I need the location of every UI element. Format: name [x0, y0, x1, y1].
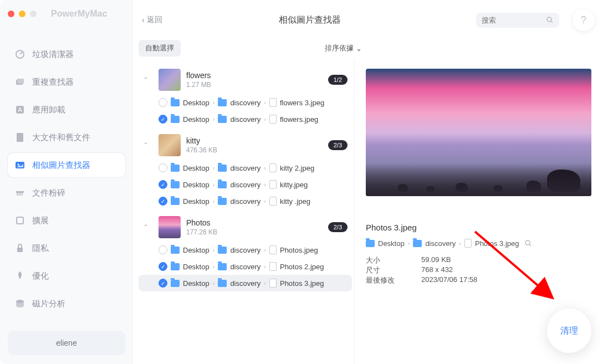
- sidebar-item-junk-cleaner[interactable]: 垃圾清潔器: [8, 42, 125, 66]
- path-segment: discovery: [230, 99, 260, 107]
- file-row[interactable]: Desktop›discovery›Photos 2.jpeg: [139, 258, 352, 275]
- sort-dropdown[interactable]: 排序依據 ⌄: [325, 43, 362, 53]
- chevron-right-icon: ›: [264, 198, 266, 204]
- sidebar: PowerMyMac 垃圾清潔器 重複查找器 A 應用卸載 大文件和舊文件 相似…: [0, 0, 133, 364]
- auto-select-label: 自動選擇: [145, 44, 174, 52]
- sidebar-item-app-uninstall[interactable]: A 應用卸載: [8, 98, 125, 122]
- folders-icon: [14, 76, 25, 88]
- svg-point-13: [525, 240, 530, 245]
- user-account[interactable]: eliene: [8, 331, 125, 355]
- sidebar-item-similar-image-finder[interactable]: 相似圖片查找器: [8, 153, 125, 177]
- preview-path: Desktop›discovery›Photos 3.jpeg: [366, 239, 591, 248]
- chevron-right-icon: ›: [264, 99, 266, 106]
- search-input[interactable]: [482, 16, 546, 24]
- shredder-icon: [14, 187, 25, 198]
- file-icon: [269, 163, 277, 172]
- minimize-window-button[interactable]: [19, 11, 25, 17]
- file-checkbox[interactable]: [159, 98, 167, 107]
- path-segment: Desktop: [183, 197, 210, 206]
- file-checkbox[interactable]: [159, 197, 167, 206]
- search-field-wrap[interactable]: [476, 13, 559, 28]
- zoom-window-button[interactable]: [30, 11, 37, 17]
- folder-icon: [171, 280, 180, 287]
- file-name: kitty .jpeg: [280, 197, 310, 206]
- sidebar-item-label: 優化: [32, 271, 49, 281]
- file-checkbox[interactable]: [159, 262, 167, 271]
- sidebar-item-disk-analysis[interactable]: 磁片分析: [8, 291, 125, 316]
- chevron-right-icon: ›: [213, 198, 215, 204]
- close-window-button[interactable]: [8, 11, 14, 17]
- group-thumbnail: [159, 216, 181, 238]
- group-thumbnail: [159, 69, 181, 91]
- file-row[interactable]: Desktop›discovery›Photos 3.jpeg: [139, 275, 352, 291]
- file-row[interactable]: Desktop›discovery›flowers.jpeg: [139, 111, 352, 127]
- folder-icon: [218, 165, 227, 172]
- auto-select-button[interactable]: 自動選擇: [139, 40, 181, 57]
- chevron-right-icon: ›: [408, 240, 410, 247]
- folder-icon: [218, 181, 227, 188]
- meta-dimensions-label: 尺寸: [366, 265, 421, 275]
- collapse-icon[interactable]: ⌃: [143, 223, 153, 231]
- document-icon: [14, 132, 25, 143]
- results-list[interactable]: ⌃ flowers 1.27 MB 1/2Desktop›discovery›f…: [133, 60, 355, 364]
- svg-rect-2: [17, 79, 24, 84]
- user-name: eliene: [56, 339, 76, 347]
- back-button[interactable]: ‹ 返回: [139, 13, 166, 27]
- sidebar-item-label: 相似圖片查找器: [32, 160, 90, 171]
- collapse-icon[interactable]: ⌃: [143, 141, 153, 149]
- path-segment: Desktop: [183, 263, 210, 271]
- file-name: Photos 2.jpeg: [280, 263, 324, 271]
- svg-text:A: A: [18, 107, 22, 113]
- sidebar-item-privacy[interactable]: 隱私: [8, 236, 125, 260]
- controls-row: 自動選擇 排序依據 ⌄: [133, 37, 608, 60]
- puzzle-icon: [14, 215, 25, 226]
- file-name: kitty.jpeg: [280, 181, 308, 189]
- path-segment: discovery: [230, 279, 260, 288]
- chevron-right-icon: ›: [264, 263, 266, 270]
- group-size: 177.26 KB: [186, 228, 323, 236]
- chevron-right-icon: ›: [213, 99, 215, 106]
- file-row[interactable]: Desktop›discovery›kitty.jpeg: [139, 176, 352, 193]
- question-icon: ?: [581, 14, 586, 26]
- file-checkbox[interactable]: [159, 245, 167, 254]
- folder-icon: [171, 181, 180, 188]
- file-checkbox[interactable]: [159, 163, 167, 172]
- path-segment: discovery: [230, 164, 260, 172]
- preview-pane: Photos 3.jpeg Desktop›discovery›Photos 3…: [355, 60, 608, 364]
- file-icon: [269, 245, 277, 254]
- svg-point-7: [18, 164, 19, 166]
- topbar: ‹ 返回 相似圖片查找器 ?: [133, 0, 608, 37]
- group-header[interactable]: ⌃ kitty 476.36 KB 2/3: [139, 131, 352, 160]
- svg-rect-10: [17, 248, 23, 252]
- sidebar-item-optimize[interactable]: 優化: [8, 264, 125, 288]
- sidebar-item-large-old-files[interactable]: 大文件和舊文件: [8, 125, 125, 150]
- window-controls: PowerMyMac: [8, 9, 125, 19]
- reveal-in-finder-button[interactable]: [524, 239, 532, 247]
- collapse-icon[interactable]: ⌃: [143, 76, 153, 84]
- help-button[interactable]: ?: [573, 9, 595, 31]
- path-segment: Photos 3.jpeg: [475, 239, 519, 248]
- file-row[interactable]: Desktop›discovery›kitty .jpeg: [139, 193, 352, 209]
- sidebar-item-file-shredder[interactable]: 文件粉碎: [8, 181, 125, 205]
- group-header[interactable]: ⌃ flowers 1.27 MB 1/2: [139, 65, 352, 94]
- chevron-right-icon: ›: [213, 280, 215, 286]
- sidebar-item-duplicate-finder[interactable]: 重複查找器: [8, 70, 125, 94]
- file-row[interactable]: Desktop›discovery›Photos.jpeg: [139, 242, 352, 258]
- file-checkbox[interactable]: [159, 279, 167, 288]
- folder-icon: [218, 198, 227, 205]
- clean-label: 清理: [560, 325, 578, 337]
- sidebar-item-extensions[interactable]: 擴展: [8, 208, 125, 233]
- sidebar-nav: 垃圾清潔器 重複查找器 A 應用卸載 大文件和舊文件 相似圖片查找器 文件粉碎 …: [8, 42, 125, 316]
- file-row[interactable]: Desktop›discovery›kitty 2.jpeg: [139, 160, 352, 176]
- group-header[interactable]: ⌃ Photos 177.26 KB 2/3: [139, 213, 352, 242]
- clean-button[interactable]: 清理: [547, 309, 591, 353]
- rocket-icon: [14, 270, 25, 281]
- file-name: Photos 3.jpeg: [280, 279, 324, 288]
- svg-rect-5: [17, 133, 23, 142]
- sidebar-item-label: 擴展: [32, 216, 49, 226]
- gauge-icon: [14, 49, 25, 60]
- file-checkbox[interactable]: [159, 115, 167, 124]
- file-row[interactable]: Desktop›discovery›flowers 3.jpeg: [139, 94, 352, 111]
- file-checkbox[interactable]: [159, 180, 167, 189]
- group-size: 476.36 KB: [186, 146, 323, 154]
